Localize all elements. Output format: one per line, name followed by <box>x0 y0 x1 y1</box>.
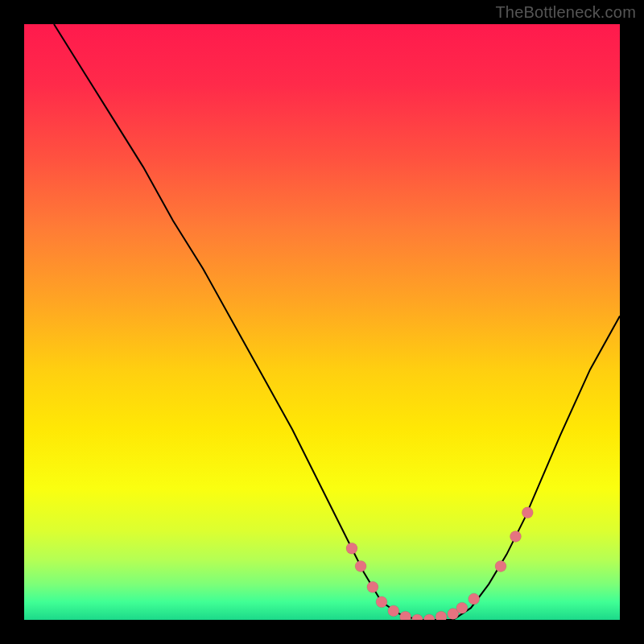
plot-area <box>24 24 620 620</box>
data-dot <box>510 530 522 542</box>
data-dot <box>376 597 387 608</box>
watermark-text: TheBottleneck.com <box>495 3 636 22</box>
chart-svg <box>24 24 620 620</box>
data-dot <box>456 602 468 613</box>
chart-frame: TheBottleneck.com <box>0 0 644 644</box>
data-dot <box>469 593 480 605</box>
data-dot <box>495 560 506 572</box>
data-dot <box>355 560 366 572</box>
data-dot <box>400 611 411 620</box>
data-dot <box>367 581 378 592</box>
data-dot <box>436 611 447 620</box>
data-dot <box>423 614 435 620</box>
data-dot <box>522 507 533 518</box>
data-dot <box>388 605 399 617</box>
data-dots <box>346 507 533 620</box>
data-dot <box>346 543 357 554</box>
bottleneck-curve <box>54 24 620 620</box>
data-dot <box>411 614 423 620</box>
